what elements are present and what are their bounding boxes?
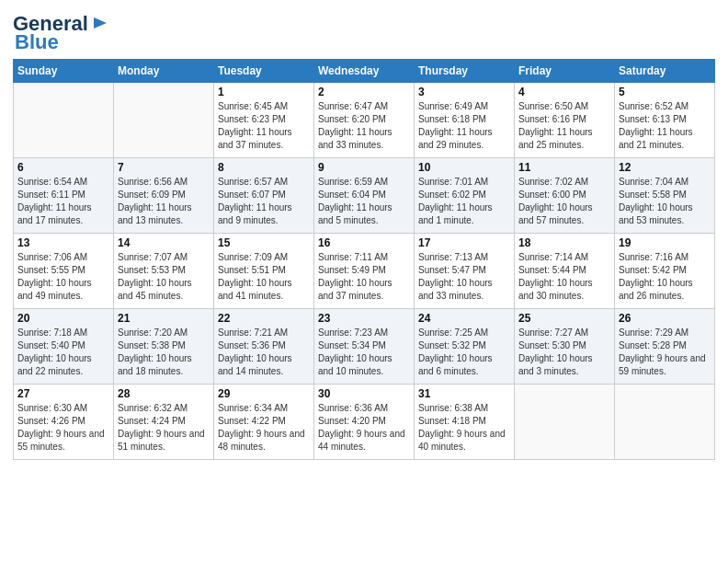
calendar-cell: 29Sunrise: 6:34 AMSunset: 4:22 PMDayligh… (214, 385, 314, 460)
logo-arrow-icon (90, 14, 108, 32)
day-info: Sunrise: 7:01 AMSunset: 6:02 PMDaylight:… (418, 176, 510, 227)
calendar-cell: 11Sunrise: 7:02 AMSunset: 6:00 PMDayligh… (515, 158, 615, 234)
day-number: 21 (118, 312, 210, 325)
day-info: Sunrise: 6:49 AMSunset: 6:18 PMDaylight:… (418, 100, 510, 152)
day-info: Sunrise: 7:02 AMSunset: 6:00 PMDaylight:… (518, 176, 610, 227)
day-info: Sunrise: 6:45 AMSunset: 6:23 PMDaylight:… (218, 100, 310, 152)
day-info: Sunrise: 6:36 AMSunset: 4:20 PMDaylight:… (318, 402, 410, 454)
day-number: 22 (218, 312, 310, 325)
day-info: Sunrise: 7:04 AMSunset: 5:58 PMDaylight:… (619, 176, 711, 227)
day-number: 27 (17, 387, 109, 400)
day-number: 31 (418, 387, 510, 400)
day-number: 23 (318, 312, 410, 325)
day-number: 2 (318, 86, 410, 98)
day-info: Sunrise: 7:21 AMSunset: 5:36 PMDaylight:… (218, 327, 310, 378)
weekday-header-tuesday: Tuesday (214, 60, 314, 83)
day-number: 29 (218, 387, 310, 400)
day-number: 26 (619, 312, 711, 325)
day-info: Sunrise: 7:13 AMSunset: 5:47 PMDaylight:… (418, 251, 510, 303)
day-number: 4 (518, 86, 610, 98)
day-number: 8 (218, 161, 310, 174)
day-number: 20 (17, 312, 109, 325)
calendar-cell: 9Sunrise: 6:59 AMSunset: 6:04 PMDaylight… (314, 158, 415, 234)
day-number: 30 (318, 387, 410, 400)
calendar-cell: 24Sunrise: 7:25 AMSunset: 5:32 PMDayligh… (415, 309, 515, 385)
day-info: Sunrise: 6:38 AMSunset: 4:18 PMDaylight:… (418, 402, 510, 454)
day-number: 7 (118, 161, 210, 174)
day-number: 9 (318, 161, 410, 174)
day-number: 24 (418, 312, 510, 325)
day-number: 11 (518, 161, 610, 174)
calendar-cell: 15Sunrise: 7:09 AMSunset: 5:51 PMDayligh… (214, 234, 314, 309)
calendar-cell: 3Sunrise: 6:49 AMSunset: 6:18 PMDaylight… (415, 83, 515, 158)
weekday-header-friday: Friday (515, 60, 615, 83)
day-info: Sunrise: 6:34 AMSunset: 4:22 PMDaylight:… (218, 402, 310, 454)
calendar-cell: 1Sunrise: 6:45 AMSunset: 6:23 PMDaylight… (214, 83, 314, 158)
day-number: 16 (318, 236, 410, 249)
calendar-cell: 27Sunrise: 6:30 AMSunset: 4:26 PMDayligh… (14, 385, 114, 460)
weekday-header-thursday: Thursday (415, 60, 515, 83)
page: General Blue SundayMondayTuesdayWednesda… (0, 0, 728, 469)
calendar-cell: 6Sunrise: 6:54 AMSunset: 6:11 PMDaylight… (14, 158, 114, 234)
day-number: 6 (17, 161, 109, 174)
calendar-table: SundayMondayTuesdayWednesdayThursdayFrid… (13, 59, 715, 460)
day-number: 3 (418, 86, 510, 98)
day-info: Sunrise: 6:57 AMSunset: 6:07 PMDaylight:… (218, 176, 310, 227)
day-info: Sunrise: 6:59 AMSunset: 6:04 PMDaylight:… (318, 176, 410, 227)
calendar-cell: 17Sunrise: 7:13 AMSunset: 5:47 PMDayligh… (415, 234, 515, 309)
day-info: Sunrise: 6:54 AMSunset: 6:11 PMDaylight:… (17, 176, 109, 227)
week-row-3: 13Sunrise: 7:06 AMSunset: 5:55 PMDayligh… (14, 234, 715, 309)
day-info: Sunrise: 6:47 AMSunset: 6:20 PMDaylight:… (318, 100, 410, 152)
week-row-4: 20Sunrise: 7:18 AMSunset: 5:40 PMDayligh… (14, 309, 715, 385)
weekday-header-monday: Monday (114, 60, 214, 83)
calendar-cell: 14Sunrise: 7:07 AMSunset: 5:53 PMDayligh… (114, 234, 214, 309)
day-number: 14 (118, 236, 210, 249)
day-info: Sunrise: 7:20 AMSunset: 5:38 PMDaylight:… (118, 327, 210, 378)
calendar-cell: 22Sunrise: 7:21 AMSunset: 5:36 PMDayligh… (214, 309, 314, 385)
weekday-header-sunday: Sunday (14, 60, 114, 83)
day-number: 12 (619, 161, 711, 174)
calendar-cell: 23Sunrise: 7:23 AMSunset: 5:34 PMDayligh… (314, 309, 415, 385)
day-number: 17 (418, 236, 510, 249)
calendar-cell: 13Sunrise: 7:06 AMSunset: 5:55 PMDayligh… (14, 234, 114, 309)
header: General Blue (13, 9, 715, 53)
day-number: 25 (518, 312, 610, 325)
weekday-header-saturday: Saturday (615, 60, 715, 83)
calendar-cell: 30Sunrise: 6:36 AMSunset: 4:20 PMDayligh… (314, 385, 415, 460)
day-info: Sunrise: 7:18 AMSunset: 5:40 PMDaylight:… (17, 327, 109, 378)
day-info: Sunrise: 6:30 AMSunset: 4:26 PMDaylight:… (17, 402, 109, 454)
calendar-cell: 7Sunrise: 6:56 AMSunset: 6:09 PMDaylight… (114, 158, 214, 234)
day-info: Sunrise: 7:09 AMSunset: 5:51 PMDaylight:… (218, 251, 310, 303)
day-number: 10 (418, 161, 510, 174)
calendar-cell: 5Sunrise: 6:52 AMSunset: 6:13 PMDaylight… (615, 83, 715, 158)
calendar-cell: 21Sunrise: 7:20 AMSunset: 5:38 PMDayligh… (114, 309, 214, 385)
day-info: Sunrise: 6:50 AMSunset: 6:16 PMDaylight:… (518, 100, 610, 152)
calendar-cell (14, 83, 114, 158)
day-number: 1 (218, 86, 310, 98)
calendar-cell: 28Sunrise: 6:32 AMSunset: 4:24 PMDayligh… (114, 385, 214, 460)
day-number: 15 (218, 236, 310, 249)
day-info: Sunrise: 6:52 AMSunset: 6:13 PMDaylight:… (619, 100, 711, 152)
day-info: Sunrise: 7:27 AMSunset: 5:30 PMDaylight:… (518, 327, 610, 378)
calendar-cell (515, 385, 615, 460)
calendar-cell: 16Sunrise: 7:11 AMSunset: 5:49 PMDayligh… (314, 234, 415, 309)
calendar-cell: 19Sunrise: 7:16 AMSunset: 5:42 PMDayligh… (615, 234, 715, 309)
week-row-1: 1Sunrise: 6:45 AMSunset: 6:23 PMDaylight… (14, 83, 715, 158)
day-number: 28 (118, 387, 210, 400)
calendar-cell: 18Sunrise: 7:14 AMSunset: 5:44 PMDayligh… (515, 234, 615, 309)
calendar-cell: 31Sunrise: 6:38 AMSunset: 4:18 PMDayligh… (415, 385, 515, 460)
calendar-cell: 25Sunrise: 7:27 AMSunset: 5:30 PMDayligh… (515, 309, 615, 385)
day-info: Sunrise: 6:56 AMSunset: 6:09 PMDaylight:… (118, 176, 210, 227)
day-info: Sunrise: 7:11 AMSunset: 5:49 PMDaylight:… (318, 251, 410, 303)
day-number: 5 (619, 86, 711, 98)
logo-blue-text: Blue (13, 31, 59, 53)
day-info: Sunrise: 7:14 AMSunset: 5:44 PMDaylight:… (518, 251, 610, 303)
day-info: Sunrise: 7:06 AMSunset: 5:55 PMDaylight:… (17, 251, 109, 303)
day-info: Sunrise: 7:29 AMSunset: 5:28 PMDaylight:… (619, 327, 711, 378)
calendar-cell: 2Sunrise: 6:47 AMSunset: 6:20 PMDaylight… (314, 83, 415, 158)
svg-marker-0 (94, 17, 107, 29)
calendar-cell (114, 83, 214, 158)
calendar-cell: 10Sunrise: 7:01 AMSunset: 6:02 PMDayligh… (415, 158, 515, 234)
day-info: Sunrise: 7:23 AMSunset: 5:34 PMDaylight:… (318, 327, 410, 378)
week-row-2: 6Sunrise: 6:54 AMSunset: 6:11 PMDaylight… (14, 158, 715, 234)
